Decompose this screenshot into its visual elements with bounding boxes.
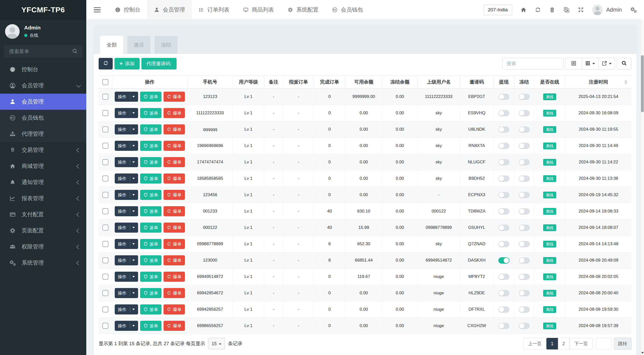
withdraw-toggle[interactable]	[498, 306, 509, 313]
column-header[interactable]: 用户等级	[233, 76, 264, 88]
row-dispatch-button[interactable]: 派单	[140, 304, 162, 314]
row-operate-button[interactable]: 操作	[115, 321, 138, 331]
menu-toggle-icon[interactable]	[94, 0, 101, 20]
row-burst-button[interactable]: 爆单	[164, 92, 185, 102]
column-header[interactable]: 注册时间	[566, 76, 631, 88]
sidebar-item[interactable]: 支付配置	[0, 206, 86, 223]
row-dispatch-button[interactable]: 派单	[140, 288, 162, 298]
row-operate-button[interactable]: 操作	[115, 141, 138, 151]
freeze-toggle[interactable]	[519, 126, 530, 133]
row-burst-button[interactable]: 爆单	[164, 190, 185, 200]
withdraw-toggle[interactable]	[498, 323, 509, 329]
withdraw-toggle[interactable]	[498, 208, 509, 215]
row-operate-button[interactable]: 操作	[115, 173, 138, 184]
row-dispatch-button[interactable]: 派单	[140, 239, 162, 249]
column-header[interactable]: 完成订单	[314, 76, 345, 88]
freeze-toggle[interactable]	[519, 159, 530, 165]
sidebar-item[interactable]: 交易管理	[0, 142, 86, 158]
row-burst-button[interactable]: 爆单	[164, 206, 185, 216]
region-selector[interactable]: 207-India	[484, 5, 512, 15]
freeze-toggle[interactable]	[519, 323, 530, 329]
freeze-toggle[interactable]	[519, 257, 530, 264]
row-dispatch-button[interactable]: 派单	[140, 321, 162, 331]
select-all-checkbox[interactable]	[102, 79, 108, 85]
row-dispatch-button[interactable]: 派单	[140, 206, 162, 216]
column-header[interactable]: 上级用户名	[418, 76, 460, 88]
freeze-toggle[interactable]	[519, 143, 530, 149]
row-checkbox[interactable]	[102, 110, 108, 116]
row-burst-button[interactable]: 爆单	[164, 239, 185, 249]
freeze-toggle[interactable]	[519, 225, 530, 231]
column-header[interactable]: 备注	[264, 76, 283, 88]
page-size-dropdown[interactable]: 15	[208, 338, 225, 349]
filter-tab[interactable]: 冻结	[154, 36, 178, 54]
row-dispatch-button[interactable]: 派单	[140, 141, 162, 151]
row-dispatch-button[interactable]: 派单	[140, 223, 162, 233]
withdraw-toggle[interactable]	[498, 94, 509, 100]
vertical-scrollbar[interactable]	[640, 20, 644, 355]
column-header[interactable]: 手机号	[187, 76, 233, 88]
refresh-button[interactable]	[99, 58, 113, 69]
row-operate-button[interactable]: 操作	[115, 288, 138, 298]
freeze-toggle[interactable]	[519, 208, 530, 215]
withdraw-toggle[interactable]	[498, 192, 509, 198]
top-tab[interactable]: 会员钱包	[325, 0, 370, 20]
home-icon[interactable]	[520, 7, 527, 13]
withdraw-toggle[interactable]	[498, 159, 509, 165]
row-checkbox[interactable]	[102, 208, 108, 214]
refresh-icon[interactable]	[535, 7, 541, 13]
withdraw-toggle[interactable]	[498, 257, 509, 264]
freeze-toggle[interactable]	[519, 110, 530, 116]
row-checkbox[interactable]	[102, 257, 108, 263]
freeze-toggle[interactable]	[519, 94, 530, 100]
top-tab[interactable]: 控制台	[108, 0, 147, 20]
sidebar-item[interactable]: 商城管理	[0, 158, 86, 174]
jump-page-input[interactable]	[596, 338, 612, 349]
column-header[interactable]: 可用余额	[345, 76, 382, 88]
page-number-button[interactable]: 2	[558, 338, 570, 349]
row-burst-button[interactable]: 爆单	[164, 108, 185, 118]
trash-icon[interactable]	[549, 7, 555, 13]
row-checkbox[interactable]	[102, 126, 108, 132]
row-operate-button[interactable]: 操作	[115, 190, 138, 200]
column-header[interactable]: 冻结余额	[382, 76, 418, 88]
column-header[interactable]: 是否在线	[534, 76, 566, 88]
row-checkbox[interactable]	[102, 192, 108, 198]
row-dispatch-button[interactable]: 派单	[140, 108, 162, 118]
next-page-button[interactable]: 下一页	[570, 338, 593, 349]
row-dispatch-button[interactable]: 派单	[140, 255, 162, 265]
top-tab[interactable]: 会员管理	[147, 0, 192, 20]
sidebar-item[interactable]: 报表管理	[0, 190, 86, 206]
row-dispatch-button[interactable]: 派单	[140, 92, 162, 102]
sidebar-item[interactable]: 会员管理	[0, 78, 86, 94]
column-header[interactable]: 冻结	[514, 76, 534, 88]
export-button[interactable]	[598, 58, 615, 69]
prev-page-button[interactable]: 上一页	[523, 338, 546, 349]
row-burst-button[interactable]: 爆单	[164, 304, 185, 314]
search-button[interactable]	[617, 58, 631, 69]
sidebar-item[interactable]: 通知管理	[0, 174, 86, 190]
row-checkbox[interactable]	[102, 143, 108, 149]
withdraw-toggle[interactable]	[498, 241, 509, 247]
user-menu[interactable]: Admin	[592, 5, 622, 15]
sidebar-item[interactable]: 权限管理	[0, 239, 86, 255]
row-checkbox[interactable]	[102, 94, 108, 100]
row-dispatch-button[interactable]: 派单	[140, 157, 162, 167]
settings-gears-icon[interactable]	[630, 7, 637, 13]
freeze-toggle[interactable]	[519, 241, 530, 247]
add-button[interactable]: +添加	[114, 58, 140, 69]
withdraw-toggle[interactable]	[498, 110, 509, 116]
row-operate-button[interactable]: 操作	[115, 157, 138, 167]
row-burst-button[interactable]: 爆单	[164, 173, 185, 184]
row-burst-button[interactable]: 爆单	[164, 124, 185, 134]
detail-view-button[interactable]	[565, 58, 582, 69]
sort-icon[interactable]	[624, 80, 627, 84]
withdraw-toggle[interactable]	[498, 143, 509, 149]
row-operate-button[interactable]: 操作	[115, 255, 138, 265]
column-header[interactable]: 邀请码	[460, 76, 494, 88]
sidebar-item[interactable]: 页面配置	[0, 223, 86, 239]
row-checkbox[interactable]	[102, 225, 108, 231]
row-operate-button[interactable]: 操作	[115, 272, 138, 282]
jump-button[interactable]: 跳转	[614, 338, 631, 350]
sidebar-item[interactable]: 代理管理	[0, 126, 86, 142]
